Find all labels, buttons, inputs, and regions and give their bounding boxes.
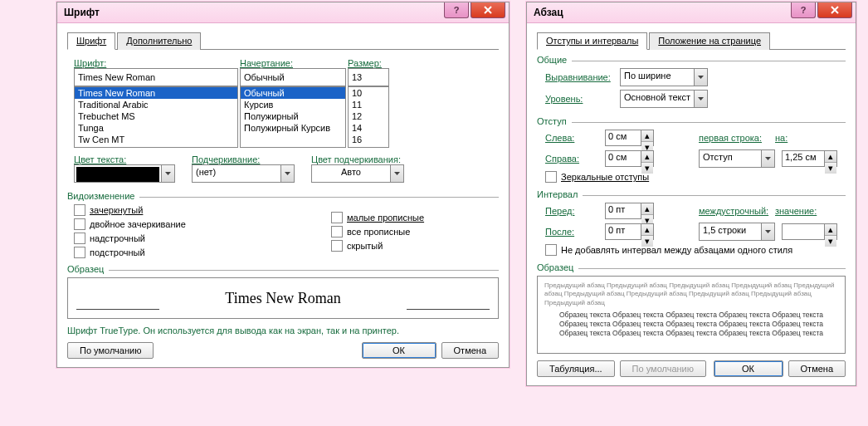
by-spinner[interactable]: 1,25 см▴▾ — [782, 150, 837, 167]
before-label: Перед: — [545, 206, 605, 216]
font-color-label: Цвет текста: — [74, 154, 180, 164]
list-item[interactable]: Курсив — [241, 99, 345, 110]
ok-button[interactable]: ОК — [362, 342, 436, 359]
list-item[interactable]: Tw Cen MT — [75, 134, 237, 145]
outline-label: Уровень: — [545, 94, 620, 104]
size-label: Размер: — [348, 58, 406, 68]
style-label: Начертание: — [240, 58, 348, 68]
effects-group-label: Видоизменение — [67, 191, 134, 201]
dialog-title: Шрифт — [64, 7, 100, 18]
general-group-label: Общие — [537, 55, 567, 65]
spinner-buttons[interactable]: ▴▾ — [641, 224, 653, 239]
font-input[interactable] — [74, 68, 238, 86]
strike-checkbox[interactable]: зачеркнутый — [74, 204, 331, 216]
line-spacing-label: междустрочный: — [699, 206, 775, 216]
font-color-combo[interactable] — [74, 164, 175, 183]
chevron-down-icon — [161, 165, 174, 182]
list-item[interactable]: 11 — [349, 99, 388, 110]
list-item[interactable]: 14 — [349, 122, 388, 134]
spinner-buttons[interactable]: ▴▾ — [824, 224, 836, 239]
spinner-buttons[interactable]: ▴▾ — [641, 203, 653, 218]
spinner-buttons[interactable]: ▴▾ — [641, 130, 653, 145]
underline-combo[interactable]: (нет) — [192, 164, 295, 183]
at-spinner[interactable]: ▴▾ — [782, 223, 837, 240]
line-spacing-combo[interactable]: 1,5 строки — [699, 223, 775, 241]
sample-group-label: Образец — [67, 264, 104, 274]
at-label: значение: — [775, 206, 817, 216]
left-spinner[interactable]: 0 см▴▾ — [605, 130, 654, 146]
tabs-button[interactable]: Табуляция... — [537, 360, 615, 377]
help-button[interactable]: ? — [444, 2, 469, 18]
small-caps-checkbox[interactable]: малые прописные — [331, 212, 424, 223]
size-input[interactable] — [348, 68, 389, 86]
chevron-down-icon — [761, 150, 774, 167]
titlebar[interactable]: Абзац ? — [527, 2, 856, 23]
style-input[interactable] — [240, 68, 346, 86]
underline-color-combo[interactable]: Авто — [311, 164, 404, 183]
defaults-button[interactable]: По умолчанию — [620, 360, 706, 377]
titlebar[interactable]: Шрифт ? — [57, 2, 509, 23]
list-item[interactable]: Обычный — [241, 87, 345, 99]
cancel-button[interactable]: Отмена — [441, 342, 499, 359]
defaults-button[interactable]: По умолчанию — [67, 342, 154, 359]
by-label: на: — [775, 133, 800, 143]
first-line-combo[interactable]: Отступ — [699, 149, 775, 168]
chevron-down-icon — [390, 165, 403, 182]
tab-indents[interactable]: Отступы и интервалы — [537, 32, 647, 50]
list-item[interactable]: 10 — [349, 87, 388, 99]
ok-button[interactable]: ОК — [714, 360, 783, 377]
tab-position[interactable]: Положение на странице — [649, 32, 770, 50]
list-item[interactable]: Полужирный Курсив — [241, 122, 345, 134]
spinner-buttons[interactable]: ▴▾ — [824, 151, 836, 166]
tabstrip: Шрифт Дополнительно — [67, 32, 499, 50]
alignment-label: Выравнивание: — [545, 72, 620, 82]
font-dialog: Шрифт ? Шрифт Дополнительно Шрифт: Times… — [56, 2, 510, 368]
subscript-checkbox[interactable]: подстрочный — [74, 247, 331, 258]
left-label: Слева: — [545, 133, 605, 143]
chevron-down-icon — [694, 91, 707, 107]
help-button[interactable]: ? — [791, 2, 816, 18]
close-button[interactable] — [817, 2, 852, 18]
cancel-button[interactable]: Отмена — [788, 360, 846, 377]
spacing-group-label: Интервал — [537, 189, 578, 199]
chevron-down-icon — [761, 223, 774, 240]
hidden-checkbox[interactable]: скрытый — [331, 240, 424, 252]
list-item[interactable]: Полужирный — [241, 110, 345, 122]
mirror-checkbox[interactable]: Зеркальные отступы — [545, 171, 846, 183]
tabstrip: Отступы и интервалы Положение на страниц… — [537, 32, 846, 50]
superscript-checkbox[interactable]: надстрочный — [74, 233, 331, 244]
tab-font[interactable]: Шрифт — [67, 32, 115, 50]
after-label: После: — [545, 227, 605, 237]
first-line-label: первая строка: — [699, 133, 775, 143]
after-spinner[interactable]: 0 пт▴▾ — [605, 223, 654, 240]
alignment-combo[interactable]: По ширине — [620, 68, 708, 86]
outline-combo[interactable]: Основной текст — [620, 90, 708, 108]
all-caps-checkbox[interactable]: все прописные — [331, 226, 424, 237]
chevron-down-icon — [694, 69, 707, 86]
size-list[interactable]: 10 11 12 14 16 — [348, 86, 389, 148]
list-item[interactable]: Traditional Arabic — [75, 99, 237, 110]
sample-group-label: Образец — [537, 262, 573, 272]
double-strike-checkbox[interactable]: двойное зачеркивание — [74, 218, 331, 230]
dialog-title: Абзац — [534, 7, 563, 18]
close-button[interactable] — [471, 2, 505, 18]
style-list[interactable]: Обычный Курсив Полужирный Полужирный Кур… — [240, 86, 346, 148]
underline-label: Подчеркивание: — [192, 154, 300, 164]
chevron-down-icon — [280, 165, 294, 182]
list-item[interactable]: 12 — [349, 110, 388, 122]
list-item[interactable]: 16 — [349, 134, 388, 145]
list-item[interactable]: Trebuchet MS — [75, 110, 237, 122]
right-spinner[interactable]: 0 см▴▾ — [605, 150, 654, 167]
paragraph-dialog: Абзац ? Отступы и интервалы Положение на… — [526, 2, 856, 386]
spinner-buttons[interactable]: ▴▾ — [641, 151, 653, 166]
no-space-checkbox[interactable]: Не добавлять интервал между абзацами одн… — [545, 244, 846, 256]
right-label: Справа: — [545, 154, 605, 164]
list-item[interactable]: Tunga — [75, 122, 237, 134]
underline-color-label: Цвет подчеркивания: — [311, 154, 419, 164]
sample-preview: Times New Roman — [67, 277, 499, 319]
paragraph-sample: Предыдущий абзац Предыдущий абзац Предыд… — [537, 276, 846, 354]
before-spinner[interactable]: 0 пт▴▾ — [605, 203, 654, 219]
list-item[interactable]: Times New Roman — [75, 87, 237, 99]
tab-advanced[interactable]: Дополнительно — [117, 32, 201, 50]
font-list[interactable]: Times New Roman Traditional Arabic Trebu… — [74, 86, 238, 148]
